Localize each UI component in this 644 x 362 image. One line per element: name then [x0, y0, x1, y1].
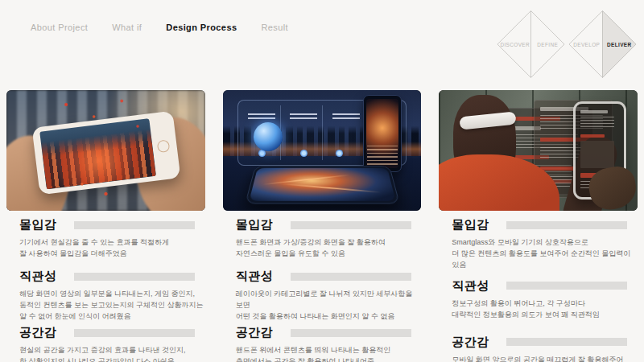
stage-label-define: DEFINE — [537, 42, 558, 47]
metric-description: 모바일 화면 앞으로의 공간을 매끄럽게 잘 활용해주어 가상공간과 기기공간의… — [452, 355, 636, 362]
score-bar — [291, 329, 411, 337]
glow-dot — [300, 150, 308, 157]
metric-immersion: 몰입감 Smartglass와 모바일 기기의 상호작용으로 더 많은 컨텐츠의… — [452, 217, 636, 271]
stage-label-discover: DISCOVER — [500, 42, 530, 47]
double-diamond-diagram: DISCOVER DEFINE DEVELOP DELIVER — [494, 10, 638, 79]
concept-column-1: 몰입감 기기에서 현실감을 줄 수 있는 효과를 적절하게 잘 사용하여 몰입감… — [6, 90, 205, 362]
metric-description: 정보구성의 활용이 뛰어나고, 각 구성마다 대략적인 정보활용의 의도가 보여… — [452, 298, 636, 321]
phone-text-lines — [367, 146, 398, 167]
score-bar — [74, 329, 195, 337]
futuristic-dashboard-photo — [223, 90, 422, 211]
stage-label-develop: DEVELOP — [573, 42, 600, 47]
score-bar — [291, 273, 411, 281]
concept-column-2: 몰입감 핸드폰 화면과 가상/증강의 화면을 잘 활용하여 자연스러운 몰입을 … — [223, 90, 422, 362]
panel-divider — [322, 105, 323, 160]
metric-description: Smartglass와 모바일 기기의 상호작용으로 더 많은 컨텐츠의 활용도… — [452, 237, 636, 271]
portrait-phone — [363, 95, 402, 172]
metric-description: 레이아웃이 카테고리별로 잘 나뉘져 있지만 세부사항을 보면 어떤 것을 활용… — [236, 289, 420, 323]
panel-label-block — [332, 113, 360, 120]
nav-result[interactable]: Result — [261, 23, 288, 32]
glow-dot — [336, 150, 343, 157]
smartglass-man-photo — [439, 90, 638, 211]
red-particles — [6, 90, 205, 211]
metric-description: 현실의 공간을 가지고 증강의 효과를 나타낸 것인지, 한 상황인지의 시나리… — [19, 345, 204, 362]
concept-column-3: 몰입감 Smartglass와 모바일 기기의 상호작용으로 더 많은 컨텐츠의… — [439, 90, 638, 362]
score-bar — [506, 282, 627, 290]
flat-phone — [245, 166, 399, 204]
panel-label-block — [290, 113, 317, 120]
score-bar — [506, 338, 627, 346]
metric-intuitiveness: 직관성 해당 화면이 영상의 일부분을 나타내는지, 게임 중인지, 동적인 컨… — [19, 269, 204, 323]
metric-description: 핸드폰 위에서 콘텐츠를 띄워 나타내는 활용적인 측면에서는 공간을 잘 활용… — [236, 345, 420, 362]
metric-title: 공간감 — [236, 325, 281, 340]
ar-city-phone-photo — [6, 90, 205, 211]
metric-immersion: 몰입감 기기에서 현실감을 줄 수 있는 효과를 적절하게 잘 사용하여 몰입감… — [19, 217, 204, 267]
metric-title: 몰입감 — [236, 217, 281, 232]
metric-title: 직관성 — [236, 269, 281, 284]
metric-intuitiveness: 직관성 정보구성의 활용이 뛰어나고, 각 구성마다 대략적인 정보활용의 의도… — [452, 278, 636, 333]
glass-sphere — [254, 122, 283, 151]
top-nav: About Project What if Design Process Res… — [31, 23, 288, 32]
metric-title: 공간감 — [19, 325, 64, 340]
metric-description: 해당 화면이 영상의 일부분을 나타내는지, 게임 중인지, 동적인 컨텐츠를 … — [19, 289, 204, 323]
metric-spatiality: 공간감 핸드폰 위에서 콘텐츠를 띄워 나타내는 활용적인 측면에서는 공간을 … — [236, 325, 420, 362]
score-bar — [74, 221, 195, 229]
metric-spatiality: 공간감 현실의 공간을 가지고 증강의 효과를 나타낸 것인지, 한 상황인지의… — [19, 325, 204, 362]
metric-description: 핸드폰 화면과 가상/증강의 화면을 잘 활용하여 자연스러운 몰입을 유도할 … — [236, 237, 420, 260]
metric-description: 기기에서 현실감을 줄 수 있는 효과를 적절하게 잘 사용하여 몰입감을 더해… — [19, 237, 204, 260]
nav-what-if[interactable]: What if — [112, 23, 142, 32]
screen-glow — [249, 168, 395, 201]
score-bar — [506, 221, 627, 229]
metric-immersion: 몰입감 핸드폰 화면과 가상/증강의 화면을 잘 활용하여 자연스러운 몰입을 … — [236, 217, 420, 267]
score-bar — [74, 273, 195, 281]
stage-label-deliver: DELIVER — [607, 42, 632, 47]
panel-label-block — [248, 113, 275, 120]
metric-spatiality: 공간감 모바일 화면 앞으로의 공간을 매끄럽게 잘 활용해주어 가상공간과 기… — [452, 335, 636, 362]
metric-title: 직관성 — [452, 278, 497, 294]
nav-about-project[interactable]: About Project — [31, 23, 88, 32]
metric-title: 몰입감 — [452, 217, 497, 232]
comparison-grid: 몰입감 기기에서 현실감을 줄 수 있는 효과를 적절하게 잘 사용하여 몰입감… — [6, 90, 638, 362]
nav-design-process[interactable]: Design Process — [166, 23, 237, 32]
metric-title: 직관성 — [19, 269, 64, 284]
metric-intuitiveness: 직관성 레이아웃이 카테고리별로 잘 나뉘져 있지만 세부사항을 보면 어떤 것… — [236, 269, 420, 323]
score-bar — [291, 221, 411, 229]
metric-title: 몰입감 — [19, 217, 64, 232]
metric-title: 공간감 — [452, 335, 497, 350]
